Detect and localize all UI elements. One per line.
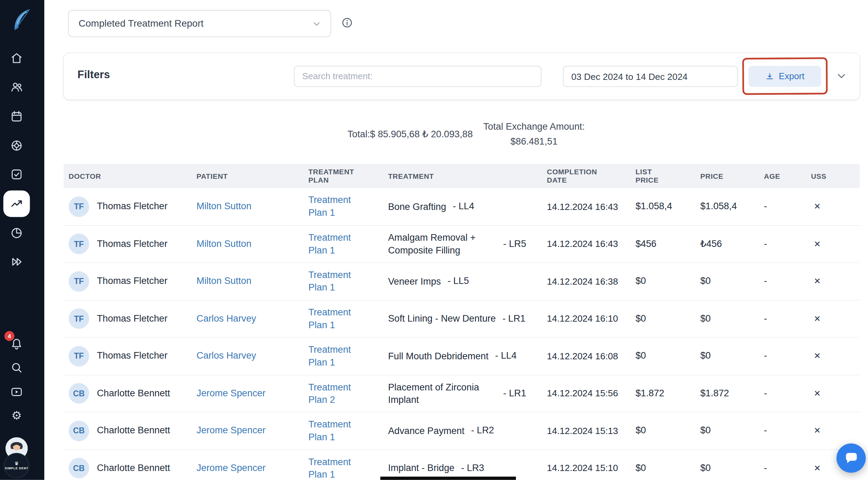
treatment-plan-link[interactable]: Treatment Plan 1: [308, 194, 370, 220]
table-row: TF Thomas Fletcher Milton Sutton Treatme…: [64, 225, 860, 263]
price: $0: [700, 463, 764, 474]
patient-link[interactable]: Milton Sutton: [196, 201, 251, 211]
sidebar-item-statistics[interactable]: [10, 227, 23, 240]
tooth-code: - LR5: [503, 239, 526, 250]
search-treatment-input[interactable]: [294, 66, 542, 87]
patient-link[interactable]: Carlos Harvey: [196, 351, 256, 361]
report-type-select[interactable]: Completed Treatment Report: [68, 10, 331, 37]
patient-link[interactable]: Jerome Spencer: [196, 463, 266, 473]
patient-link[interactable]: Milton Sutton: [196, 239, 251, 249]
age: -: [764, 351, 811, 362]
treatment-cell: Full Mouth Debridement - LL4: [388, 350, 547, 362]
export-label: Export: [779, 71, 804, 81]
settings-gear-icon: ⚙: [11, 409, 22, 422]
remove-x-icon[interactable]: ✕: [811, 351, 821, 360]
age: -: [764, 239, 811, 250]
list-price: $456: [636, 239, 700, 250]
notification-badge: 4: [4, 331, 15, 341]
list-price: $0: [636, 425, 700, 436]
doctor-cell: CB Charlotte Bennett: [68, 421, 196, 441]
sidebar-item-support[interactable]: [10, 139, 23, 152]
patient-link[interactable]: Jerome Spencer: [196, 425, 266, 436]
sidebar-item-search[interactable]: [10, 361, 23, 374]
doctor-name: Thomas Fletcher: [97, 351, 167, 362]
patient-cell: Milton Sutton: [196, 239, 308, 250]
uss-cell: ✕: [811, 425, 860, 436]
list-price: $0: [636, 276, 700, 287]
treatment-plan-link[interactable]: Treatment Plan 1: [308, 269, 370, 294]
patient-cell: Carlos Harvey: [196, 313, 308, 324]
sidebar-item-calendar[interactable]: [10, 110, 23, 123]
patient-link[interactable]: Jerome Spencer: [196, 388, 266, 398]
list-price: $1.872: [636, 388, 700, 399]
doctor-avatar: CB: [68, 458, 89, 478]
doctor-cell: CB Charlotte Bennett: [68, 383, 196, 404]
remove-x-icon[interactable]: ✕: [811, 276, 821, 286]
patient-cell: Milton Sutton: [196, 276, 308, 287]
brand-badge-label: SIMPLE DENT: [5, 467, 28, 470]
remove-x-icon[interactable]: ✕: [811, 239, 821, 248]
uss-cell: ✕: [811, 239, 860, 250]
patients-icon: [10, 80, 23, 93]
sidebar-item-fast-forward[interactable]: [10, 255, 23, 268]
treatment-name: Soft Lining - New Denture: [388, 312, 496, 325]
doctor-cell: CB Charlotte Bennett: [68, 458, 196, 478]
app-logo-icon[interactable]: [8, 7, 33, 34]
price: $0: [700, 351, 764, 362]
price: $1.872: [700, 388, 764, 399]
doctor-name: Charlotte Bennett: [97, 463, 170, 474]
col-list-price: LIST PRICE: [636, 168, 665, 184]
treatment-plan-link[interactable]: Treatment Plan 2: [308, 381, 370, 406]
sidebar-item-videos[interactable]: [10, 385, 23, 398]
treatment-plan-link[interactable]: Treatment Plan 1: [308, 231, 370, 257]
sidebar-item-tasks[interactable]: [10, 168, 23, 181]
doctor-name: Thomas Fletcher: [97, 276, 167, 287]
total-exchange-amount: Total Exchange Amount: $86.481,51: [483, 119, 584, 149]
chat-launcher-button[interactable]: [837, 443, 866, 473]
treatment-plan-link[interactable]: Treatment Plan 1: [308, 455, 370, 480]
completed-treatments-table: DOCTOR PATIENT TREATMENT PLAN TREATMENT …: [64, 164, 860, 480]
doctor-avatar: TF: [68, 346, 89, 366]
sidebar: 4 ⚙ ♛ SIMPLE DENT: [0, 0, 44, 480]
export-button[interactable]: Export: [748, 66, 821, 87]
info-icon[interactable]: [341, 17, 353, 29]
sidebar-item-settings[interactable]: ⚙: [10, 409, 23, 422]
tooth-code: - LR1: [502, 313, 526, 324]
sidebar-item-patients[interactable]: [10, 80, 23, 93]
patient-link[interactable]: Carlos Harvey: [196, 313, 256, 324]
doctor-avatar: TF: [68, 308, 89, 329]
sidebar-item-home[interactable]: [10, 52, 23, 65]
age: -: [764, 313, 811, 324]
doctor-cell: TF Thomas Fletcher: [68, 234, 196, 254]
filters-collapse-chevron-icon[interactable]: [835, 70, 848, 82]
treatment-plan-link[interactable]: Treatment Plan 1: [308, 306, 370, 332]
remove-x-icon[interactable]: ✕: [811, 426, 821, 435]
doctor-name: Charlotte Bennett: [97, 425, 170, 436]
remove-x-icon[interactable]: ✕: [811, 314, 821, 323]
completion-date: 14.12.2024 15:13: [547, 426, 636, 436]
doctor-cell: TF Thomas Fletcher: [68, 196, 196, 217]
treatment-plan-link[interactable]: Treatment Plan 1: [308, 343, 370, 369]
doctor-avatar: TF: [68, 234, 89, 254]
remove-x-icon[interactable]: ✕: [811, 463, 821, 472]
sidebar-item-reports[interactable]: [3, 191, 30, 217]
patient-cell: Jerome Spencer: [196, 388, 308, 399]
doctor-cell: TF Thomas Fletcher: [68, 271, 196, 292]
treatment-plan-link[interactable]: Treatment Plan 1: [308, 418, 370, 444]
doctor-name: Thomas Fletcher: [97, 239, 167, 250]
doctor-cell: TF Thomas Fletcher: [68, 346, 196, 366]
bottom-dark-strip: [380, 477, 516, 480]
uss-cell: ✕: [811, 201, 860, 212]
price: $0: [700, 425, 764, 436]
doctor-avatar: TF: [68, 271, 89, 292]
date-range-picker[interactable]: 03 Dec 2024 to 14 Dec 2024: [563, 66, 738, 87]
remove-x-icon[interactable]: ✕: [811, 388, 821, 398]
remove-x-icon[interactable]: ✕: [811, 202, 821, 211]
treatment-plan-cell: Treatment Plan 1: [308, 306, 388, 332]
patient-link[interactable]: Milton Sutton: [196, 276, 251, 286]
treatment-cell: Advance Payment - LR2: [388, 424, 547, 437]
col-age: AGE: [764, 172, 811, 180]
search-icon: [10, 361, 23, 374]
brand-badge[interactable]: ♛ SIMPLE DENT: [4, 453, 29, 478]
treatment-name: Veneer Imps: [388, 275, 441, 288]
